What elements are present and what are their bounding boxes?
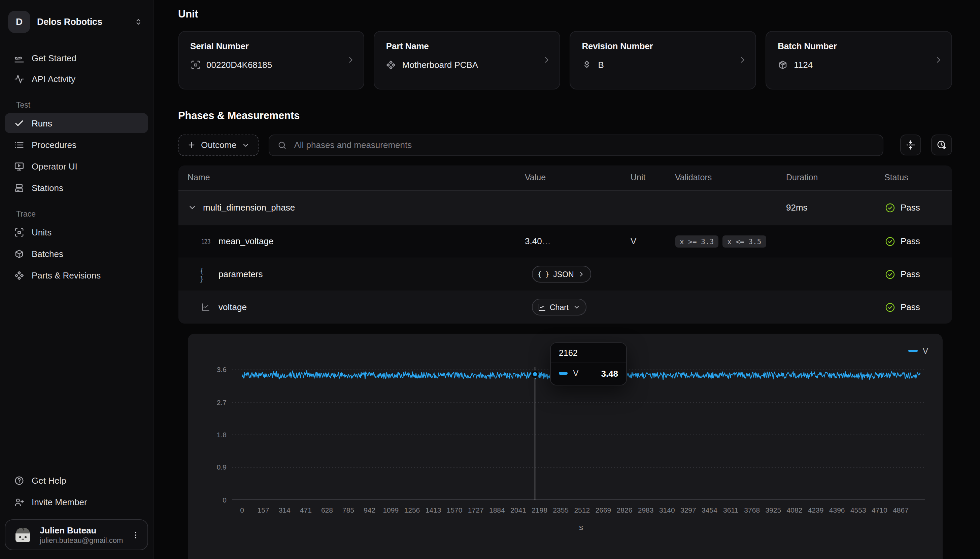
sidebar-item-parts-revisions[interactable]: Parts & Revisions	[5, 265, 148, 285]
json-pill-button[interactable]: { } JSON	[532, 266, 592, 283]
chart-line-icon	[200, 303, 212, 311]
phase-name: multi_dimension_phase	[203, 202, 295, 213]
sidebar-item-label: Runs	[32, 118, 52, 128]
activity-icon	[14, 74, 24, 84]
circle-help-icon	[14, 475, 24, 485]
chevron-down-icon[interactable]	[187, 203, 196, 212]
table-row-parameters[interactable]: { } parameters { } JSON	[178, 257, 952, 290]
collapse-all-button[interactable]	[900, 135, 921, 155]
pill-label: Chart	[550, 303, 569, 311]
table-row-phase[interactable]: multi_dimension_phase 92ms Pass	[178, 191, 952, 224]
circle-check-icon	[884, 269, 895, 280]
sidebar-item-units[interactable]: Units	[5, 222, 148, 242]
box-icon	[14, 248, 24, 259]
sidebar-item-label: Stations	[32, 183, 63, 193]
chevrons-up-down-icon	[134, 17, 143, 26]
col-validators: Validators	[675, 173, 786, 182]
sidebar-section-trace: Trace	[16, 210, 153, 218]
status-label: Pass	[900, 269, 920, 279]
voltage-chart-panel: V 00.91.82.73.6 015731447162878594210991…	[187, 333, 942, 559]
package-icon	[778, 60, 788, 70]
circle-check-icon	[884, 236, 895, 246]
sidebar-item-invite-member[interactable]: Invite Member	[5, 492, 148, 512]
chart-pill-button[interactable]: Chart	[532, 299, 586, 316]
chevron-right-icon	[578, 270, 585, 278]
sidebar-item-label: Get Started	[32, 53, 76, 63]
org-name: Delos Robotics	[37, 17, 127, 26]
table-row-mean-voltage[interactable]: 123 mean_voltage 3.40… V x >= 3.3 x <= 3…	[178, 224, 952, 257]
user-info: Julien Buteau julien.buteau@gmail.com	[40, 525, 123, 544]
fold-vertical-icon	[905, 140, 916, 150]
plus-icon	[187, 141, 196, 149]
measurement-unit: V	[630, 236, 675, 246]
circle-check-icon	[884, 302, 895, 313]
x-tick-label: 4867	[886, 506, 916, 514]
user-avatar	[13, 525, 33, 545]
braces-icon: { }	[538, 270, 549, 278]
legend-swatch	[909, 350, 918, 352]
scan-icon	[14, 227, 24, 237]
sidebar-spacer	[0, 286, 153, 470]
outcome-filter-button[interactable]: Outcome	[178, 134, 259, 156]
user-card[interactable]: Julien Buteau julien.buteau@gmail.com	[5, 519, 148, 550]
card-revision-number[interactable]: Revision Number B	[570, 31, 756, 89]
card-batch-number[interactable]: Batch Number 1124	[766, 31, 952, 89]
sidebar-item-batches[interactable]: Batches	[5, 243, 148, 264]
sidebar-item-operator-ui[interactable]: Operator UI	[5, 156, 148, 176]
sidebar-item-label: Procedures	[32, 140, 76, 150]
search-box[interactable]	[269, 134, 884, 156]
validators-cell: x >= 3.3 x <= 3.5	[675, 235, 786, 247]
tooltip-series-swatch	[559, 372, 567, 375]
sidebar-item-label: Parts & Revisions	[32, 270, 101, 280]
status-label: Pass	[900, 302, 920, 312]
table-header: Name Value Unit Validators Duration Stat…	[178, 165, 952, 191]
search-input[interactable]	[293, 139, 875, 150]
card-label: Serial Number	[190, 41, 353, 51]
card-value-text: Motherboard PCBA	[402, 60, 478, 70]
card-value-text: 00220D4K68185	[206, 60, 272, 70]
col-duration: Duration	[786, 173, 884, 182]
measurement-value: 3.40…	[525, 236, 630, 246]
chevron-right-icon	[346, 56, 355, 65]
status-cell: Pass	[884, 236, 952, 246]
sidebar-item-label: Units	[32, 227, 51, 237]
y-tick-label: 0	[197, 495, 227, 503]
validator-chip: x <= 3.5	[723, 235, 766, 247]
sidebar-item-get-help[interactable]: Get Help	[5, 470, 148, 490]
sidebar-item-label: API Activity	[32, 74, 75, 84]
history-button[interactable]	[931, 135, 952, 155]
sidebar-item-get-started[interactable]: Get Started	[5, 48, 148, 68]
col-value: Value	[525, 173, 630, 182]
sidebar-primary-nav: Get Started API Activity	[0, 47, 153, 89]
sidebar-item-label: Get Help	[32, 475, 66, 485]
sidebar-item-runs[interactable]: Runs	[5, 113, 148, 133]
sidebar-item-api-activity[interactable]: API Activity	[5, 69, 148, 89]
card-label: Batch Number	[778, 41, 940, 51]
org-avatar: D	[8, 10, 30, 33]
org-switcher[interactable]: D Delos Robotics	[8, 8, 145, 35]
clock-arrow-down-icon	[937, 140, 947, 150]
scan-icon	[190, 60, 200, 70]
sidebar-item-procedures[interactable]: Procedures	[5, 134, 148, 155]
col-status: Status	[884, 173, 952, 182]
chart-tooltip: 2162 V 3.48	[550, 342, 627, 385]
col-name: Name	[178, 173, 525, 182]
sidebar-item-label: Batches	[32, 248, 63, 259]
phases-table: Name Value Unit Validators Duration Stat…	[178, 165, 952, 323]
check-icon	[14, 118, 24, 128]
search-icon	[277, 140, 287, 150]
table-row-voltage[interactable]: voltage Chart	[178, 290, 952, 323]
circle-check-icon	[884, 202, 895, 213]
user-plus-icon	[14, 497, 24, 507]
measurement-name: voltage	[219, 302, 247, 312]
card-label: Revision Number	[582, 41, 745, 51]
card-part-name[interactable]: Part Name Motherboard PCBA	[374, 31, 560, 89]
sidebar-item-stations[interactable]: Stations	[5, 178, 148, 198]
card-value-text: B	[598, 60, 604, 70]
measurement-name: parameters	[219, 269, 263, 279]
y-tick-label: 1.8	[197, 430, 227, 438]
status-cell: Pass	[884, 302, 952, 313]
station-icon	[14, 183, 24, 193]
card-serial-number[interactable]: Serial Number 00220D4K68185	[178, 31, 364, 89]
kebab-menu-icon[interactable]	[130, 529, 141, 541]
